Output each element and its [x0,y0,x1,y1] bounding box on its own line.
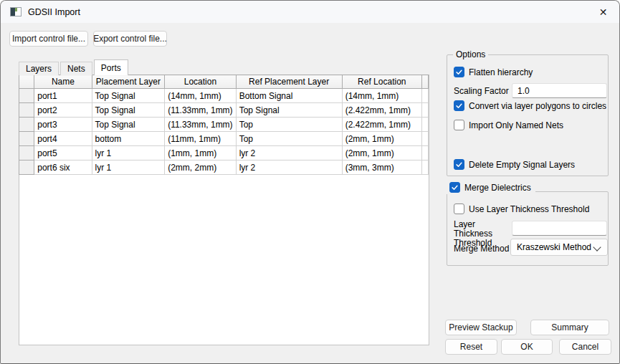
tab-strip: LayersNetsPorts [19,59,130,75]
table-cell[interactable]: port4 [34,132,92,146]
table-cell[interactable]: (2mm, 2mm) [165,161,236,175]
checkbox-icon [449,182,460,193]
column-header-ref-placement-layer[interactable]: Ref Placement Layer [236,75,342,89]
table-row: port3Top Signal(11.33mm, 1mm)Top(2.422mm… [19,118,429,132]
table-row: port5lyr 1(1mm, 1mm)lyr 2(2mm, 1mm) [19,146,429,161]
options-group: Options Flatten hierarchy Scaling Factor… [447,54,609,176]
table-cell[interactable]: Top Signal [92,89,165,103]
reset-button[interactable]: Reset [445,339,497,355]
checkbox-merge-dielectrics[interactable]: Merge Dielectrics [447,181,535,194]
cancel-button[interactable]: Cancel [559,339,611,355]
merge-method-value: Kraszewski Method [517,242,591,252]
preview-stackup-button[interactable]: Preview Stackup [445,320,517,335]
table-cell[interactable]: port5 [34,146,92,161]
table-cell[interactable]: port2 [34,103,92,118]
row-selector[interactable] [19,89,34,103]
table-row: port6 sixlyr 1(2mm, 2mm)lyr 2(3mm, 3mm) [19,161,429,175]
titlebar[interactable]: GDSII Import ✕ [1,1,619,23]
table-cell-stub [421,89,428,103]
table-header[interactable]: NamePlacement LayerLocationRef Placement… [19,75,429,89]
import-control-file-button[interactable]: Import control file... [9,31,88,47]
table-cell[interactable]: port3 [34,118,92,132]
checkbox-icon [454,67,464,77]
gdsii-import-dialog: GDSII Import ✕ Import control file... Ex… [0,0,620,364]
tab-layers[interactable]: Layers [19,62,59,75]
table-cell[interactable]: lyr 1 [92,146,165,161]
checkbox-icon [454,203,464,214]
column-header-location[interactable]: Location [165,75,236,89]
layer-thickness-threshold-input[interactable] [512,221,607,236]
table-cell[interactable]: (2mm, 1mm) [342,132,421,146]
table-cell[interactable]: (1mm, 1mm) [165,146,236,161]
merge-dielectrics-group: Use Layer Thickness Threshold Layer Thic… [447,191,609,266]
table-cell-stub [421,161,428,175]
checkbox-label: Convert via layer polygons to circles [469,101,606,111]
table-cell-stub [421,103,428,118]
scaling-factor-input[interactable] [512,83,607,98]
table-cell[interactable]: Bottom Signal [236,89,342,103]
options-group-label: Options [453,49,488,60]
column-header-name[interactable]: Name [34,75,92,89]
row-selector[interactable] [19,146,34,161]
column-header-ref-location[interactable]: Ref Location [342,75,421,89]
checkbox-label: Delete Empty Signal Layers [469,160,575,170]
row-selector[interactable] [19,118,34,132]
table-cell[interactable]: Top Signal [92,103,165,118]
checkbox-icon [454,159,464,170]
checkbox-convert-via-polygons[interactable]: Convert via layer polygons to circles [454,100,606,111]
checkbox-use-layer-thickness-threshold[interactable]: Use Layer Thickness Threshold [454,203,589,214]
merge-method-label: Merge Method [454,244,509,254]
table-cell[interactable]: Top Signal [236,103,342,118]
column-header-selector[interactable] [19,75,34,89]
scaling-factor-label: Scaling Factor [454,86,509,96]
export-control-file-button[interactable]: Export control file... [93,31,167,47]
table-cell[interactable]: (11.33mm, 1mm) [165,118,236,132]
checkbox-label: Import Only Named Nets [469,120,563,130]
row-selector[interactable] [19,132,34,146]
merge-method-dropdown[interactable]: Kraszewski Method [510,239,608,256]
column-header-placement-layer[interactable]: Placement Layer [92,75,165,89]
table-cell[interactable]: (14mm, 1mm) [342,89,421,103]
table-cell[interactable]: (2.422mm, 1mm) [342,118,421,132]
checkbox-icon [454,100,464,111]
table-cell[interactable]: (2.422mm, 1mm) [342,103,421,118]
ports-table: NamePlacement LayerLocationRef Placement… [19,75,429,175]
checkbox-icon [454,120,464,130]
close-icon[interactable]: ✕ [587,1,619,23]
chevron-down-icon [593,243,601,251]
table-cell[interactable]: bottom [92,132,165,146]
table-cell[interactable]: (2mm, 1mm) [342,146,421,161]
table-row: port4bottom(11mm, 1mm)Top(2mm, 1mm) [19,132,429,146]
checkbox-import-only-named-nets[interactable]: Import Only Named Nets [454,120,563,130]
table-cell[interactable]: (14mm, 1mm) [165,89,236,103]
table-cell[interactable]: port1 [34,89,92,103]
table-cell[interactable]: Top [236,118,342,132]
checkbox-flatten-hierarchy[interactable]: Flatten hierarchy [454,67,533,77]
table-cell-stub [421,146,428,161]
checkbox-delete-empty-signal-layers[interactable]: Delete Empty Signal Layers [454,159,575,170]
table-cell-stub [421,132,428,146]
table-cell[interactable]: Top Signal [92,118,165,132]
table-cell[interactable]: lyr 2 [236,161,342,175]
table-cell[interactable]: port6 six [34,161,92,175]
app-icon [10,7,22,16]
table-cell[interactable]: lyr 2 [236,146,342,161]
ok-button[interactable]: OK [501,339,553,355]
table-row: port1Top Signal(14mm, 1mm)Bottom Signal(… [19,89,429,103]
column-header-stub [421,75,428,89]
row-selector[interactable] [19,161,34,175]
ports-tab-panel: NamePlacement LayerLocationRef Placement… [19,75,429,345]
tab-nets[interactable]: Nets [60,62,92,75]
table-cell[interactable]: (11.33mm, 1mm) [165,103,236,118]
checkbox-label: Flatten hierarchy [469,67,533,77]
table-cell[interactable]: lyr 1 [92,161,165,175]
table-row: port2Top Signal(11.33mm, 1mm)Top Signal(… [19,103,429,118]
table-cell[interactable]: (3mm, 3mm) [342,161,421,175]
table-cell[interactable]: Top [236,132,342,146]
table-cell[interactable]: (11mm, 1mm) [165,132,236,146]
checkbox-label: Merge Dielectrics [464,183,531,193]
table-cell-stub [421,118,428,132]
tab-ports[interactable]: Ports [94,59,128,75]
summary-button[interactable]: Summary [530,320,609,335]
row-selector[interactable] [19,103,34,118]
